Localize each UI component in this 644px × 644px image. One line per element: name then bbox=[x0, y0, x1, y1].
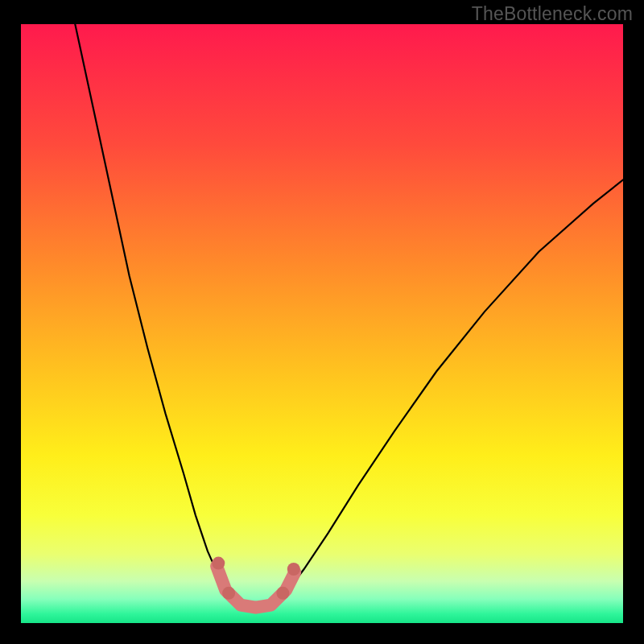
chart-frame: TheBottleneck.com bbox=[0, 0, 644, 644]
chart-svg bbox=[21, 24, 623, 623]
dot-right-lower bbox=[276, 587, 289, 600]
dot-left-lower bbox=[222, 587, 235, 600]
dot-right-upper bbox=[287, 563, 300, 576]
watermark-text: TheBottleneck.com bbox=[472, 3, 633, 25]
dot-left-upper bbox=[212, 557, 225, 570]
chart-background bbox=[21, 24, 623, 623]
chart-plot-area bbox=[21, 24, 623, 623]
